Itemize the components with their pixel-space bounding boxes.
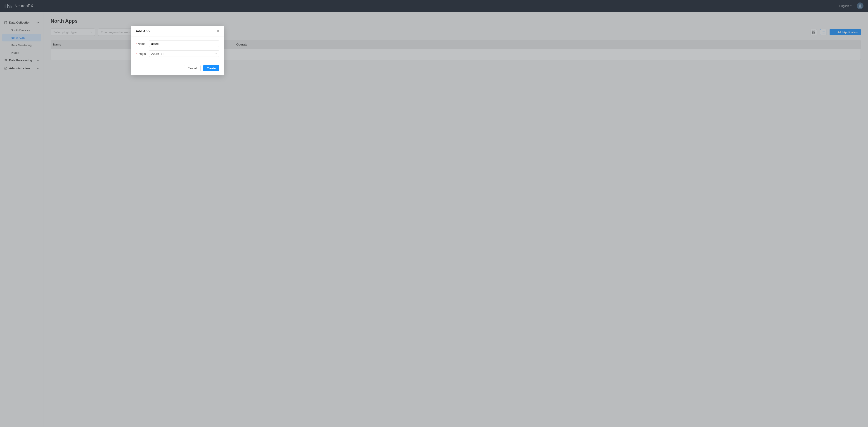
plugin-field-label: Plugin bbox=[138, 52, 146, 55]
modal-overlay[interactable] bbox=[0, 0, 868, 427]
plugin-select[interactable]: Azure IoT bbox=[149, 51, 219, 57]
chevron-down-icon bbox=[215, 53, 217, 55]
required-indicator: * bbox=[136, 42, 137, 46]
close-icon[interactable] bbox=[217, 30, 219, 33]
name-input[interactable] bbox=[149, 40, 219, 47]
dialog-title: Add App bbox=[136, 29, 217, 33]
add-app-dialog: Add App *Name *Plugin Azure IoT bbox=[131, 26, 224, 76]
cancel-button[interactable]: Cancel bbox=[184, 65, 200, 71]
plugin-select-value: Azure IoT bbox=[151, 52, 164, 55]
name-field-label: Name bbox=[138, 42, 146, 46]
create-button[interactable]: Create bbox=[203, 65, 219, 71]
required-indicator: * bbox=[136, 52, 137, 55]
